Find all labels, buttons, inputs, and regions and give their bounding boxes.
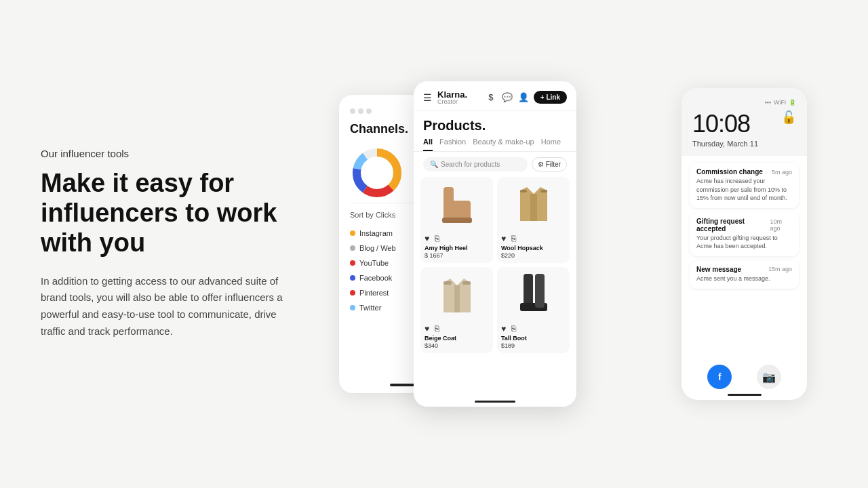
channel-dot (350, 245, 355, 251)
search-row: 🔍 Search for products ⚙ Filter (414, 157, 576, 177)
donut-chart (350, 146, 404, 200)
heart-icon[interactable]: ♥ (425, 234, 429, 243)
channel-left: Pinterest (350, 289, 389, 297)
dot-3 (366, 108, 372, 114)
notification-item: Commission change 5m ago Acme has increa… (690, 163, 799, 208)
klarna-icons: $ 💬 👤 + Link (485, 91, 567, 104)
product-item: ♥ ⎘ Beige Coat $340 (420, 267, 493, 353)
dollar-icon-btn[interactable]: $ (485, 92, 497, 104)
product-item: ♥ ⎘ Wool Hopsack $220 (497, 177, 570, 263)
svg-rect-15 (535, 274, 545, 308)
klarna-header: ☰ Klarna. Creator $ 💬 👤 + Link (414, 81, 576, 111)
channel-dot (350, 260, 355, 266)
channel-dot (350, 305, 355, 310)
search-box[interactable]: 🔍 Search for products (423, 157, 528, 171)
right-panel: Channels. Sort by Clicks ▾ (326, 27, 827, 461)
product-actions: ♥ ⎘ (420, 231, 493, 245)
person-icon-btn[interactable]: 👤 (517, 92, 530, 104)
notification-item: New message 15m ago Acme sent you a mess… (690, 260, 799, 289)
phone-bottom-icon-camera: 📷 (757, 365, 781, 389)
product-actions: ♥ ⎘ (497, 321, 570, 335)
heart-icon[interactable]: ♥ (501, 234, 506, 243)
heart-icon[interactable]: ♥ (501, 324, 506, 333)
product-image (420, 177, 493, 231)
filter-label: Filter (546, 161, 561, 168)
notif-body: Acme sent you a message. (696, 274, 792, 283)
channel-dot (350, 290, 355, 296)
chat-icon-btn[interactable]: 💬 (501, 92, 513, 104)
product-item: ♥ ⎘ Tall Boot $189 (497, 267, 570, 353)
product-name: Tall Boot (497, 335, 570, 342)
svg-rect-10 (540, 190, 547, 192)
phone-top: ▪▪▪ WiFi 🔋 10:08 🔓 Thursday, March 11 (682, 88, 807, 156)
product-name: Amy High Heel (420, 245, 493, 251)
product-tab[interactable]: Home (541, 138, 561, 151)
notif-body: Your product gifting request to Acme has… (696, 234, 792, 251)
notifications-area: Commission change 5m ago Acme has increa… (682, 156, 807, 296)
notif-title: Commission change (696, 168, 763, 176)
left-panel: Our influencer tools Make it easy for in… (41, 148, 326, 340)
wifi-icon: WiFi (774, 99, 786, 106)
product-image (497, 177, 570, 231)
phone-bottom-bar (728, 394, 762, 396)
dot-2 (358, 108, 363, 114)
share-icon[interactable]: ⎘ (435, 324, 439, 333)
search-placeholder: Search for products (441, 161, 500, 168)
search-icon: 🔍 (430, 161, 438, 168)
svg-rect-7 (443, 187, 454, 207)
page-container: Our influencer tools Make it easy for in… (0, 0, 868, 488)
hamburger-icon[interactable]: ☰ (423, 92, 432, 103)
klarna-logo-group: Klarna. Creator (437, 89, 481, 105)
products-card: ☰ Klarna. Creator $ 💬 👤 + Link Products.… (414, 81, 576, 407)
products-tabs: AllFashionBeauty & make-upHome (414, 138, 576, 152)
channel-left: Blog / Web (350, 244, 396, 252)
link-button[interactable]: + Link (534, 91, 567, 104)
product-actions: ♥ ⎘ (420, 321, 493, 335)
share-icon[interactable]: ⎘ (511, 234, 516, 243)
signal-icon: ▪▪▪ (764, 99, 771, 106)
share-icon[interactable]: ⎘ (511, 324, 516, 333)
product-name: Wool Hopsack (497, 245, 570, 251)
product-price: $340 (420, 342, 493, 353)
notif-header: Commission change 5m ago (696, 168, 792, 176)
channel-name: Blog / Web (359, 244, 396, 252)
phone-bottom: f 📷 (682, 365, 807, 389)
channel-dot (350, 230, 355, 236)
channel-name: Pinterest (359, 289, 389, 297)
notif-header: Gifting request accepted 10m ago (696, 218, 792, 232)
svg-rect-9 (520, 190, 527, 192)
phone-date: Thursday, March 11 (692, 140, 796, 148)
channel-left: Twitter (350, 304, 381, 312)
product-tab[interactable]: Beauty & make-up (473, 138, 534, 151)
phone-card: ▪▪▪ WiFi 🔋 10:08 🔓 Thursday, March 11 Co… (682, 88, 807, 400)
sort-label: Sort by Clicks (350, 211, 395, 219)
products-bottom-bar (475, 401, 515, 403)
product-grid: ♥ ⎘ Amy High Heel $ 1667 ♥ ⎘ Wool Hopsac… (414, 177, 576, 353)
share-icon[interactable]: ⎘ (435, 234, 439, 243)
channel-dot (350, 275, 355, 281)
heart-icon[interactable]: ♥ (425, 324, 429, 333)
product-name: Beige Coat (420, 335, 493, 342)
product-tab[interactable]: Fashion (439, 138, 466, 151)
product-item: ♥ ⎘ Amy High Heel $ 1667 (420, 177, 493, 263)
notif-title: New message (696, 266, 741, 273)
filter-button[interactable]: ⚙ Filter (532, 157, 567, 171)
channel-left: YouTube (350, 259, 389, 267)
time-lock-row: 10:08 🔓 (692, 110, 796, 138)
channel-left: Instagram (350, 229, 393, 237)
product-tab[interactable]: All (423, 138, 433, 151)
headline: Make it easy for influencers to work wit… (41, 169, 298, 258)
channel-left: Facebook (350, 274, 392, 282)
svg-rect-11 (443, 281, 452, 285)
notif-title: Gifting request accepted (696, 218, 770, 232)
notif-time: 15m ago (768, 266, 792, 272)
product-price: $ 1667 (420, 251, 493, 263)
products-title: Products. (414, 111, 576, 138)
product-price: $189 (497, 342, 570, 353)
product-image (420, 267, 493, 321)
channel-name: Instagram (359, 229, 393, 237)
klarna-sub: Creator (437, 98, 481, 105)
body-text: In addition to getting access to our adv… (41, 273, 298, 340)
svg-point-5 (363, 159, 391, 186)
product-image (497, 267, 570, 321)
